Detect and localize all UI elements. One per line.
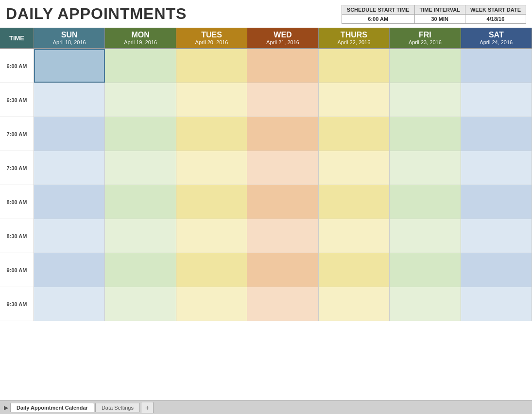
appointment-slot[interactable]	[461, 83, 532, 117]
day-date-wed: April 21, 2016	[266, 39, 299, 45]
day-name-sun: SUN	[61, 31, 78, 39]
appointment-slot[interactable]	[319, 253, 390, 287]
appointment-slot[interactable]	[247, 83, 318, 117]
appointment-slot[interactable]	[105, 253, 176, 287]
spreadsheet-container: DAILY APPOINTMENTS SCHEDULE START TIME T…	[0, 0, 532, 414]
day-header-wed: WED April 21, 2016	[247, 28, 318, 48]
appointment-slot[interactable]	[247, 219, 318, 253]
appointment-slot[interactable]	[105, 151, 176, 185]
grid-body: 6:00 AM6:30 AM7:00 AM7:30 AM8:00 AM8:30 …	[0, 49, 532, 400]
day-header-thurs: THURS April 22, 2016	[319, 28, 390, 48]
appointment-slot[interactable]	[319, 83, 390, 117]
appointment-slot[interactable]	[247, 151, 318, 185]
appointment-slot[interactable]	[390, 219, 461, 253]
week-start-date-header: WEEK START DATE	[465, 5, 526, 15]
tab-scroll-left[interactable]: ▶	[2, 404, 10, 411]
time-label: 8:30 AM	[0, 219, 34, 253]
appointment-slot[interactable]	[176, 185, 247, 219]
appointment-slot[interactable]	[390, 151, 461, 185]
tab-data-settings[interactable]: Data Settings	[95, 403, 140, 412]
appointment-slot[interactable]	[461, 49, 532, 83]
time-interval-value[interactable]: 30 MIN	[414, 15, 465, 24]
appointment-slot[interactable]	[319, 185, 390, 219]
appointment-slot[interactable]	[461, 219, 532, 253]
appointment-slot[interactable]	[390, 287, 461, 321]
schedule-start-time-value[interactable]: 6:00 AM	[342, 15, 414, 24]
week-start-date-value[interactable]: 4/18/16	[465, 15, 526, 24]
time-row: 8:30 AM	[0, 219, 532, 253]
day-header-sun: SUN April 18, 2016	[34, 28, 105, 48]
grid-header: TIME SUN April 18, 2016 MON April 19, 20…	[0, 28, 532, 49]
appointment-slot[interactable]	[461, 117, 532, 151]
day-header-mon: MON April 19, 2016	[105, 28, 176, 48]
time-label: 6:00 AM	[0, 49, 34, 83]
time-row: 7:00 AM	[0, 117, 532, 151]
appointment-slot[interactable]	[34, 49, 105, 83]
appointment-slot[interactable]	[34, 151, 105, 185]
top-header: DAILY APPOINTMENTS SCHEDULE START TIME T…	[0, 0, 532, 28]
appointment-slot[interactable]	[461, 287, 532, 321]
appointment-slot[interactable]	[34, 253, 105, 287]
time-interval-header: TIME INTERVAL	[414, 5, 465, 15]
tab-inactive-label: Data Settings	[102, 405, 134, 411]
day-name-fri: FRI	[419, 31, 431, 39]
appointment-slot[interactable]	[461, 151, 532, 185]
appointment-slot[interactable]	[319, 287, 390, 321]
appointment-slot[interactable]	[34, 219, 105, 253]
appointment-slot[interactable]	[176, 49, 247, 83]
appointment-slot[interactable]	[105, 117, 176, 151]
appointment-slot[interactable]	[176, 219, 247, 253]
day-name-mon: MON	[131, 31, 149, 39]
appointment-slot[interactable]	[176, 83, 247, 117]
bottom-tabs: ▶ Daily Appointment Calendar Data Settin…	[0, 400, 532, 414]
tab-daily-appointment-calendar[interactable]: Daily Appointment Calendar	[10, 403, 94, 412]
tab-add-button[interactable]: +	[141, 402, 154, 413]
appointment-slot[interactable]	[176, 151, 247, 185]
schedule-start-time-header: SCHEDULE START TIME	[342, 5, 414, 15]
app-title: DAILY APPOINTMENTS	[6, 5, 187, 23]
time-column-header: TIME	[0, 28, 34, 48]
appointment-slot[interactable]	[176, 253, 247, 287]
appointment-slot[interactable]	[319, 219, 390, 253]
time-label: 7:00 AM	[0, 117, 34, 151]
appointment-slot[interactable]	[176, 117, 247, 151]
appointment-slot[interactable]	[105, 83, 176, 117]
appointment-slot[interactable]	[176, 287, 247, 321]
appointment-slot[interactable]	[319, 151, 390, 185]
appointment-slot[interactable]	[247, 49, 318, 83]
time-row: 8:00 AM	[0, 185, 532, 219]
appointment-slot[interactable]	[105, 49, 176, 83]
appointment-slot[interactable]	[247, 117, 318, 151]
day-date-sat: April 24, 2016	[480, 39, 513, 45]
appointment-slot[interactable]	[390, 253, 461, 287]
appointment-slot[interactable]	[34, 185, 105, 219]
day-name-thurs: THURS	[341, 31, 367, 39]
time-label: 9:30 AM	[0, 287, 34, 321]
appointment-slot[interactable]	[247, 253, 318, 287]
appointment-slot[interactable]	[461, 185, 532, 219]
appointment-slot[interactable]	[247, 287, 318, 321]
appointment-slot[interactable]	[461, 253, 532, 287]
appointment-slot[interactable]	[105, 287, 176, 321]
appointment-slot[interactable]	[390, 185, 461, 219]
appointment-slot[interactable]	[34, 117, 105, 151]
appointment-slot[interactable]	[319, 49, 390, 83]
appointment-slot[interactable]	[390, 49, 461, 83]
time-label: 7:30 AM	[0, 151, 34, 185]
day-date-tues: April 20, 2016	[195, 39, 228, 45]
day-header-sat: SAT April 24, 2016	[461, 28, 532, 48]
appointment-slot[interactable]	[105, 185, 176, 219]
time-row: 9:30 AM	[0, 287, 532, 321]
appointment-slot[interactable]	[34, 287, 105, 321]
appointment-slot[interactable]	[34, 83, 105, 117]
time-label: 6:30 AM	[0, 83, 34, 117]
appointment-slot[interactable]	[390, 117, 461, 151]
day-header-fri: FRI April 23, 2016	[390, 28, 461, 48]
day-date-sun: April 18, 2016	[53, 39, 86, 45]
time-row: 6:00 AM	[0, 49, 532, 83]
appointment-slot[interactable]	[105, 219, 176, 253]
time-row: 6:30 AM	[0, 83, 532, 117]
appointment-slot[interactable]	[319, 117, 390, 151]
appointment-slot[interactable]	[390, 83, 461, 117]
appointment-slot[interactable]	[247, 185, 318, 219]
